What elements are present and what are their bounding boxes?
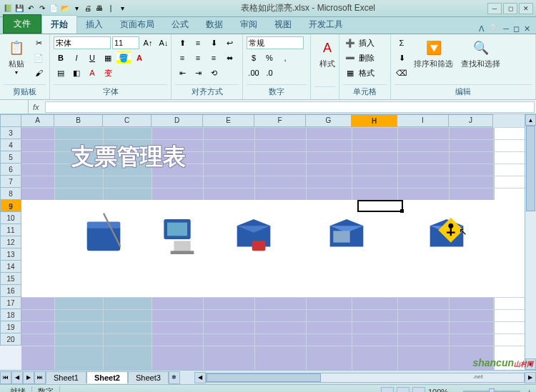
percent-icon[interactable]: % <box>262 51 277 64</box>
row-header-20[interactable]: 20 <box>0 333 21 346</box>
orientation-icon[interactable]: ⟲ <box>207 66 221 79</box>
inc-decimal-icon[interactable]: .00 <box>247 66 261 79</box>
row-header-14[interactable]: 14 <box>0 261 21 273</box>
fill-color-button[interactable]: 🪣 <box>116 51 131 64</box>
row-header-11[interactable]: 11 <box>0 224 21 236</box>
number-format-select[interactable] <box>247 36 304 49</box>
row-header-9[interactable]: 9 <box>0 200 21 212</box>
sort-filter-button[interactable]: 🔽 排序和筛选 <box>411 36 456 71</box>
scroll-up-icon[interactable]: ▲ <box>525 114 536 126</box>
normal-view-icon[interactable] <box>381 387 394 393</box>
format-cells-icon[interactable]: ▦ <box>343 66 357 79</box>
merge-icon[interactable]: ⬌ <box>222 51 237 64</box>
scroll-track[interactable] <box>525 126 536 358</box>
font-name-select[interactable] <box>54 36 111 49</box>
minimize-button[interactable]: ─ <box>487 3 502 14</box>
styles-button[interactable]: A 样式 <box>314 36 340 71</box>
vertical-scrollbar[interactable]: ▲ ▼ <box>525 114 536 370</box>
clear-icon[interactable]: ⌫ <box>394 66 409 79</box>
col-header-B[interactable]: B <box>54 114 103 127</box>
file-tab[interactable]: 文件 <box>3 14 41 34</box>
qat-icon[interactable]: ▾ <box>71 4 81 14</box>
row-header-19[interactable]: 19 <box>0 321 21 333</box>
insert-cells-icon[interactable]: ➕ <box>343 36 357 49</box>
cut-icon[interactable]: ✂ <box>31 36 46 49</box>
indent-inc-icon[interactable]: ⇥ <box>191 66 205 79</box>
format-painter-icon[interactable]: 🖌 <box>31 66 46 79</box>
redo-icon[interactable]: ↷ <box>37 4 47 14</box>
row-header-5[interactable]: 5 <box>0 151 21 164</box>
col-header-J[interactable]: J <box>449 114 493 127</box>
tab-developer[interactable]: 开发工具 <box>300 16 352 34</box>
fx-button[interactable]: fx <box>29 103 44 111</box>
underline-button[interactable]: U <box>85 51 99 64</box>
align-bottom-icon[interactable]: ⬇ <box>207 36 221 49</box>
border-button[interactable]: ▦ <box>101 51 115 64</box>
hscroll-thumb[interactable] <box>207 373 321 382</box>
row-header-15[interactable]: 15 <box>0 273 21 285</box>
first-sheet-icon[interactable]: ⏮ <box>0 371 11 384</box>
font-color-button[interactable]: A <box>132 51 147 64</box>
grow-font-icon[interactable]: A↑ <box>141 36 155 49</box>
sheet-tab-1[interactable]: Sheet1 <box>46 371 86 383</box>
mdi-min-icon[interactable]: ─ <box>503 24 509 34</box>
tab-data[interactable]: 数据 <box>197 16 232 34</box>
zoom-thumb[interactable] <box>489 388 495 393</box>
fill-icon[interactable]: ◧ <box>69 66 84 79</box>
find-select-button[interactable]: 🔍 查找和选择 <box>458 36 503 71</box>
folder-icon-4[interactable] <box>322 209 372 259</box>
row-header-13[interactable]: 13 <box>0 248 21 261</box>
scroll-left-icon[interactable]: ◀ <box>194 372 206 383</box>
paste-button[interactable]: 📋 粘贴 ▾ <box>4 36 29 77</box>
col-header-C[interactable]: C <box>103 114 152 127</box>
phonetic-icon[interactable]: 变 <box>101 66 115 79</box>
align-top-icon[interactable]: ⬆ <box>175 36 189 49</box>
row-header-17[interactable]: 17 <box>0 297 21 309</box>
row-header-10[interactable]: 10 <box>0 212 21 224</box>
sheet-tab-2[interactable]: Sheet2 <box>86 371 128 383</box>
select-all-corner[interactable] <box>0 114 21 127</box>
fill-down-icon[interactable]: ⬇ <box>394 51 409 64</box>
undo-icon[interactable]: ↶ <box>26 4 36 14</box>
autosum-icon[interactable]: Σ <box>394 36 409 49</box>
col-header-I[interactable]: I <box>397 114 449 127</box>
indent-dec-icon[interactable]: ⇤ <box>175 66 189 79</box>
shrink-font-icon[interactable]: A↓ <box>157 36 171 49</box>
border-icon[interactable]: ▤ <box>54 66 68 79</box>
close-button[interactable]: ✕ <box>519 3 533 14</box>
align-left-icon[interactable]: ≡ <box>175 51 189 64</box>
bold-button[interactable]: B <box>54 51 68 64</box>
save-icon[interactable]: 💾 <box>14 4 24 14</box>
tab-formulas[interactable]: 公式 <box>163 16 197 34</box>
row-header-4[interactable]: 4 <box>0 139 21 151</box>
row-header-18[interactable]: 18 <box>0 309 21 321</box>
row-header-16[interactable]: 16 <box>0 285 21 297</box>
formula-input[interactable] <box>45 101 535 113</box>
align-right-icon[interactable]: ≡ <box>207 51 221 64</box>
folder-icon-3[interactable] <box>229 209 279 259</box>
grid-body[interactable]: 支票管理表 ↖ <box>21 127 525 370</box>
sheet-tab-3[interactable]: Sheet3 <box>128 371 169 383</box>
open-icon[interactable]: 📂 <box>60 4 70 14</box>
grid[interactable]: ABCDEFGHIJ 支票管理表 ↖ <box>21 114 525 370</box>
next-sheet-icon[interactable]: ▶ <box>23 371 34 384</box>
qat-more-icon[interactable]: ▾ <box>117 4 127 14</box>
dec-decimal-icon[interactable]: .0 <box>262 66 277 79</box>
delete-cells-icon[interactable]: ➖ <box>343 51 357 64</box>
comma-icon[interactable]: , <box>278 51 292 64</box>
last-sheet-icon[interactable]: ⏭ <box>34 371 46 384</box>
row-header-8[interactable]: 8 <box>0 188 21 200</box>
new-icon[interactable]: 📄 <box>49 4 59 14</box>
italic-button[interactable]: I <box>69 51 84 64</box>
font-size-select[interactable] <box>112 36 139 49</box>
row-header-6[interactable]: 6 <box>0 164 21 176</box>
col-header-G[interactable]: G <box>306 114 352 127</box>
col-header-F[interactable]: F <box>254 114 306 127</box>
print-icon[interactable]: 🖶 <box>94 4 104 14</box>
copy-icon[interactable]: 📄 <box>31 51 46 64</box>
minimize-ribbon-icon[interactable]: ᐱ <box>479 24 485 34</box>
folder-icon-2[interactable] <box>157 209 207 259</box>
col-header-D[interactable]: D <box>152 114 203 127</box>
mdi-close-icon[interactable]: ✕ <box>524 24 530 34</box>
col-header-A[interactable]: A <box>21 114 54 127</box>
